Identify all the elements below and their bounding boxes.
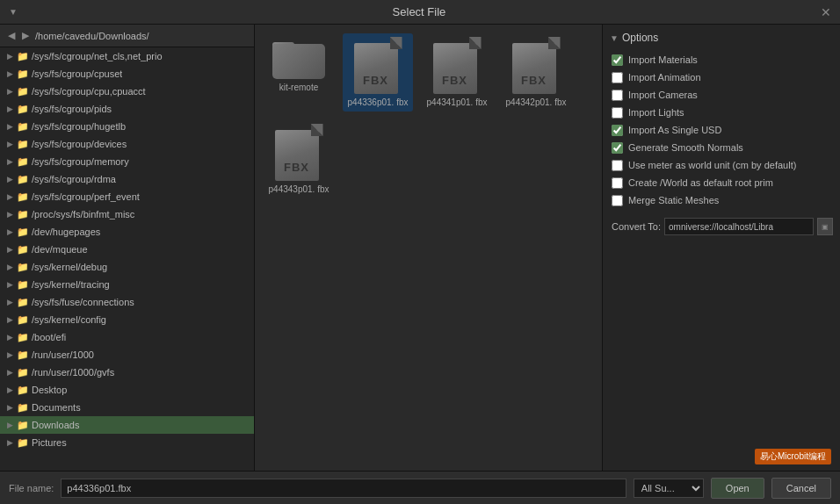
checkbox-generate_smooth_normals[interactable] <box>612 142 623 154</box>
close-button[interactable]: ✕ <box>821 5 831 19</box>
tree-item[interactable]: ▶ 📁 /sys/fs/cgroup/devices <box>0 135 254 153</box>
folder-icon: 📁 <box>17 279 29 291</box>
options-title-label: Options <box>622 32 658 44</box>
path-bar: ◀ ▶ /home/cavedu/Downloads/ <box>0 25 254 47</box>
tree-item[interactable]: ▶ 📁 /sys/fs/fuse/connections <box>0 293 254 311</box>
folder-icon: 📁 <box>17 209 29 220</box>
expand-icon: ▶ <box>5 104 14 113</box>
tree-item[interactable]: ▶ 📁 /sys/kernel/debug <box>0 258 254 276</box>
checkbox-create_world_as_default_root_prim[interactable] <box>612 177 623 189</box>
list-item[interactable]: FBX p44336p01. fbx <box>343 33 413 112</box>
tree-item[interactable]: ▶ 📁 /sys/fs/cgroup/cpuset <box>0 65 254 83</box>
tree-item[interactable]: ▶ 📁 /sys/fs/cgroup/memory <box>0 153 254 170</box>
folder-icon: 📁 <box>17 68 29 80</box>
checkbox-label-import_materials: Import Materials <box>628 54 698 65</box>
title-bar: ▼ Select File ✕ <box>0 0 840 25</box>
folder-icon: 📁 <box>17 332 29 343</box>
tree-item-label: /dev/hugepages <box>32 227 100 237</box>
fbx-file-icon: FBX <box>275 124 323 181</box>
folder-icon: 📁 <box>17 104 29 115</box>
folder-icon <box>272 37 325 79</box>
file-name: p44343p01. fbx <box>269 184 329 195</box>
watermark: 易心Microbit编程 <box>755 449 831 464</box>
list-item[interactable]: kit-remote <box>264 33 334 112</box>
folder-icon: 📁 <box>17 121 29 133</box>
tree-item[interactable]: ▶ 📁 /run/user/1000 <box>0 346 254 364</box>
tree-item[interactable]: ▶ 📁 Desktop <box>0 381 254 399</box>
tree-item[interactable]: ▶ 📁 Downloads <box>0 416 254 434</box>
checkbox-row-generate_smooth_normals: Generate Smooth Normals <box>610 139 833 156</box>
expand-icon: ▶ <box>5 69 14 78</box>
convert-to-input[interactable] <box>664 218 814 235</box>
checkbox-row-create_world_as_default_root_prim: Create /World as default root prim <box>610 174 833 191</box>
file-tree[interactable]: ▶ 📁 /sys/fs/cgroup/net_cls,net_prio ▶ 📁 … <box>0 47 254 504</box>
tree-item-label: /sys/fs/fuse/connections <box>32 297 134 307</box>
expand-icon: ▶ <box>5 350 14 359</box>
tree-item[interactable]: ▶ 📁 /run/user/1000/gvfs <box>0 364 254 381</box>
checkbox-label-use_meter_as_world_unit: Use meter as world unit (cm by default) <box>628 160 796 170</box>
content-area: kit-remote FBX p44336p01. fbx FBX p44341… <box>255 25 603 504</box>
tree-item[interactable]: ▶ 📁 Documents <box>0 399 254 416</box>
file-grid[interactable]: kit-remote FBX p44336p01. fbx FBX p44341… <box>255 25 602 483</box>
expand-icon: ▶ <box>5 263 14 271</box>
tree-item[interactable]: ▶ 📁 /sys/fs/cgroup/pids <box>0 100 254 118</box>
checkbox-import_cameras[interactable] <box>612 90 623 101</box>
back-button[interactable]: ◀ <box>5 29 18 42</box>
cancel-button[interactable]: Cancel <box>771 478 831 499</box>
forward-button[interactable]: ▶ <box>19 29 32 42</box>
fbx-file-icon: FBX <box>354 37 402 94</box>
tree-item[interactable]: ▶ 📁 /sys/kernel/config <box>0 311 254 328</box>
tree-item[interactable]: ▶ 📁 /sys/fs/cgroup/perf_event <box>0 188 254 205</box>
expand-icon: ▶ <box>5 438 14 447</box>
file-name: p44341p01. fbx <box>427 97 488 108</box>
convert-browse-button[interactable]: ▣ <box>817 218 833 235</box>
folder-icon: 📁 <box>17 437 29 449</box>
tree-item[interactable]: ▶ 📁 /sys/fs/cgroup/net_cls,net_prio <box>0 47 254 65</box>
filename-input[interactable] <box>61 479 626 498</box>
checkbox-use_meter_as_world_unit[interactable] <box>612 160 623 171</box>
tree-item[interactable]: ▶ 📁 /sys/fs/cgroup/hugetlb <box>0 118 254 135</box>
checkbox-row-import_cameras: Import Cameras <box>610 86 833 104</box>
list-item[interactable]: FBX p44341p01. fbx <box>422 33 492 112</box>
tree-item-label: /sys/fs/cgroup/cpu,cpuacct <box>32 86 146 97</box>
tree-item[interactable]: ▶ 📁 /sys/kernel/tracing <box>0 276 254 293</box>
title-bar-left: ▼ <box>9 7 18 17</box>
expand-icon: ▶ <box>5 52 14 61</box>
convert-to-label: Convert To: <box>612 221 661 232</box>
convert-row: Convert To: ▣ <box>610 218 833 235</box>
tree-item[interactable]: ▶ 📁 /sys/fs/cgroup/rdma <box>0 170 254 188</box>
filetype-select[interactable]: All Su... <box>634 479 704 498</box>
checkbox-label-import_cameras: Import Cameras <box>628 90 698 100</box>
checkbox-import_as_single_usd[interactable] <box>612 125 623 136</box>
folder-icon: 📁 <box>17 262 29 273</box>
expand-icon: ▶ <box>5 245 14 254</box>
open-button[interactable]: Open <box>711 478 764 499</box>
checkbox-merge_static_meshes[interactable] <box>612 195 623 206</box>
folder-icon: 📁 <box>17 227 29 238</box>
checkbox-import_lights[interactable] <box>612 107 623 119</box>
tree-item-label: /sys/kernel/debug <box>32 262 107 272</box>
folder-icon: 📁 <box>17 420 29 431</box>
expand-icon: ▶ <box>5 280 14 289</box>
checkbox-row-import_lights: Import Lights <box>610 104 833 121</box>
tree-item-label: /sys/kernel/tracing <box>32 279 110 290</box>
tree-item[interactable]: ▶ 📁 /proc/sys/fs/binfmt_misc <box>0 205 254 223</box>
checkbox-import_materials[interactable] <box>612 54 623 66</box>
file-name: p44342p01. fbx <box>506 97 567 108</box>
checkbox-import_animation[interactable] <box>612 72 623 83</box>
tree-item[interactable]: ▶ 📁 /dev/mqueue <box>0 241 254 258</box>
list-item[interactable]: FBX p44342p01. fbx <box>501 33 571 112</box>
tree-item-label: /sys/kernel/config <box>32 314 106 325</box>
expand-icon: ▶ <box>5 157 14 166</box>
checkbox-label-import_lights: Import Lights <box>628 107 684 118</box>
checkbox-row-import_animation: Import Animation <box>610 68 833 86</box>
tree-item[interactable]: ▶ 📁 /boot/efi <box>0 328 254 346</box>
expand-icon: ▶ <box>5 87 14 96</box>
checkbox-row-import_materials: Import Materials <box>610 51 833 68</box>
tree-item[interactable]: ▶ 📁 /sys/fs/cgroup/cpu,cpuacct <box>0 83 254 100</box>
list-item[interactable]: FBX p44343p01. fbx <box>264 120 334 198</box>
tree-item[interactable]: ▶ 📁 Pictures <box>0 434 254 451</box>
folder-icon: 📁 <box>17 349 29 361</box>
tree-item-label: /sys/fs/cgroup/rdma <box>32 174 116 184</box>
tree-item[interactable]: ▶ 📁 /dev/hugepages <box>0 223 254 241</box>
